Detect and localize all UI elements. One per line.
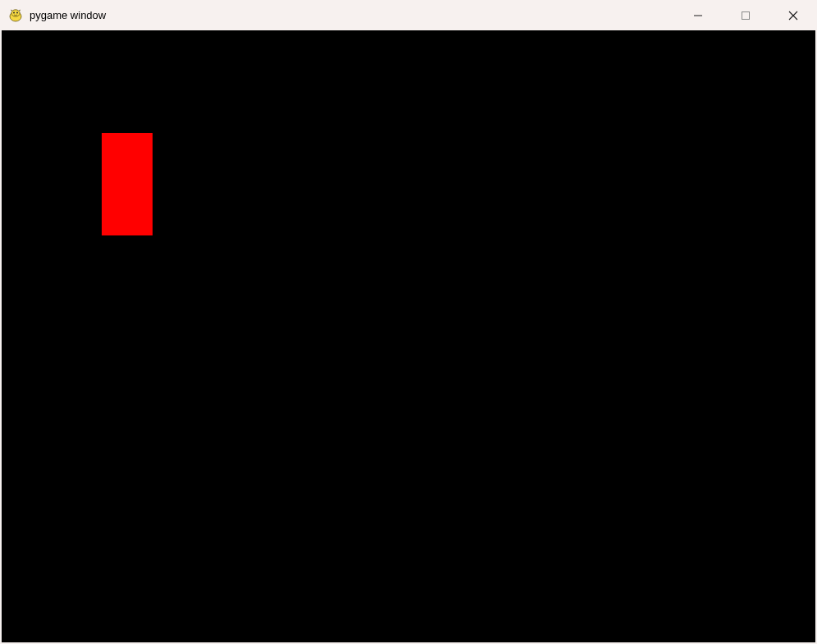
window-title: pygame window [30, 9, 106, 21]
svg-point-3 [16, 11, 18, 13]
minimize-icon [693, 11, 703, 21]
svg-point-2 [13, 11, 15, 13]
minimize-button[interactable] [674, 0, 722, 30]
red-sprite [102, 133, 153, 235]
svg-rect-5 [742, 11, 750, 19]
maximize-icon [741, 11, 751, 21]
game-canvas[interactable] [2, 30, 815, 642]
maximize-button[interactable] [722, 0, 769, 30]
close-button[interactable] [769, 0, 817, 30]
window-controls [674, 0, 817, 30]
window-titlebar[interactable]: pygame window [0, 0, 817, 30]
close-icon [788, 11, 798, 21]
pygame-icon [8, 8, 23, 23]
